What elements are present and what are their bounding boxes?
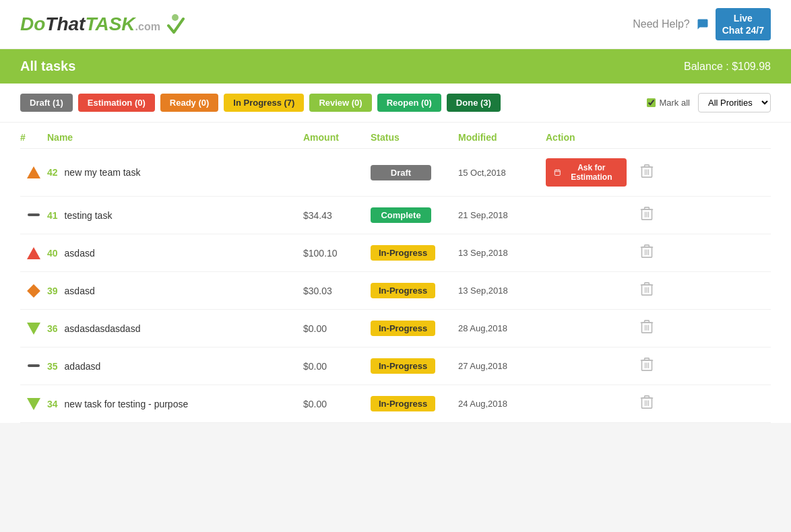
task-status: Complete bbox=[371, 207, 458, 223]
filter-draft-button[interactable]: Draft (1) bbox=[20, 94, 73, 112]
id-name-cell: 40 asdasd bbox=[47, 248, 303, 259]
task-modified: 28 Aug,2018 bbox=[458, 323, 546, 333]
status-badge: Draft bbox=[371, 165, 431, 180]
trash-icon bbox=[640, 357, 654, 372]
task-status: In-Progress bbox=[371, 245, 458, 261]
task-id: 41 bbox=[47, 210, 58, 221]
task-name: new my team task bbox=[65, 167, 141, 178]
task-id: 36 bbox=[47, 323, 58, 334]
col-hash: # bbox=[20, 132, 47, 143]
id-name-cell: 42 new my team task bbox=[47, 167, 303, 178]
mark-all-text: Mark all bbox=[659, 98, 690, 108]
task-status: In-Progress bbox=[371, 396, 458, 411]
app-header: DoThatTASK.com Need Help? Live Chat 24/7 bbox=[0, 0, 791, 49]
logo: DoThatTASK.com bbox=[20, 12, 186, 36]
task-id: 42 bbox=[47, 167, 58, 178]
col-name: Name bbox=[47, 132, 303, 143]
task-table: # Name Amount Status Modified Action 42 … bbox=[0, 123, 791, 423]
table-row: 36 asdasdasdasdasd $0.00 In-Progress 28 … bbox=[20, 310, 771, 347]
delete-button[interactable] bbox=[627, 395, 667, 413]
logo-that: That bbox=[45, 13, 85, 34]
table-row: 35 adadasd $0.00 In-Progress 27 Aug,2018 bbox=[20, 347, 771, 385]
table-row: 40 asdasd $100.10 In-Progress 13 Sep,201… bbox=[20, 234, 771, 272]
delete-button[interactable] bbox=[627, 206, 667, 224]
delete-button[interactable] bbox=[627, 244, 667, 262]
ask-estimation-button[interactable]: Ask for Estimation bbox=[546, 158, 627, 187]
priority-icon-cell bbox=[20, 166, 47, 178]
status-badge: In-Progress bbox=[371, 283, 435, 298]
table-body: 42 new my team task Draft 15 Oct,2018 As… bbox=[20, 149, 771, 423]
priority-icon-cell bbox=[20, 286, 47, 296]
filter-review-button[interactable]: Review (0) bbox=[309, 94, 371, 112]
status-badge: Complete bbox=[371, 207, 431, 223]
id-name-cell: 36 asdasdasdasdasd bbox=[47, 323, 303, 334]
task-id: 40 bbox=[47, 248, 58, 259]
task-amount: $0.00 bbox=[303, 399, 371, 409]
task-status: In-Progress bbox=[371, 358, 458, 374]
svg-rect-37 bbox=[645, 358, 650, 360]
svg-rect-25 bbox=[645, 283, 650, 285]
id-name-cell: 34 new task for testing - purpose bbox=[47, 399, 303, 409]
col-modified: Modified bbox=[458, 132, 546, 143]
need-help-text: Need Help? bbox=[633, 18, 690, 30]
priority-icon-cell bbox=[20, 247, 47, 259]
logo-text: DoThatTASK.com bbox=[20, 13, 160, 35]
table-row: 39 asdasd $30.03 In-Progress 13 Sep,2018 bbox=[20, 272, 771, 310]
id-name-cell: 41 testing task bbox=[47, 210, 303, 221]
status-badge: In-Progress bbox=[371, 245, 435, 261]
priority-icon-cell bbox=[20, 364, 47, 368]
task-name: testing task bbox=[65, 210, 113, 221]
priority-icon-cell bbox=[20, 398, 47, 410]
task-action: Ask for Estimation bbox=[546, 158, 627, 187]
priority-diamond-icon bbox=[27, 284, 40, 298]
task-status: Draft bbox=[371, 165, 458, 180]
task-amount: $100.10 bbox=[303, 248, 371, 259]
delete-button[interactable] bbox=[627, 281, 667, 300]
priority-icon-cell bbox=[20, 213, 47, 218]
priority-select[interactable]: All Prorities bbox=[698, 93, 771, 112]
svg-point-0 bbox=[172, 14, 179, 21]
col-delete bbox=[627, 132, 667, 143]
task-amount: $34.43 bbox=[303, 210, 371, 221]
task-id: 35 bbox=[47, 361, 58, 372]
svg-rect-1 bbox=[555, 170, 560, 176]
mark-all-checkbox[interactable] bbox=[647, 98, 656, 107]
filter-bar: Draft (1) Estimation (0) Ready (0) In Pr… bbox=[0, 84, 791, 123]
col-amount: Amount bbox=[303, 132, 371, 143]
svg-rect-19 bbox=[645, 245, 650, 247]
id-name-cell: 39 asdasd bbox=[47, 286, 303, 296]
task-modified: 15 Oct,2018 bbox=[458, 168, 546, 178]
priority-triangle-down-icon bbox=[27, 398, 40, 410]
calendar-icon bbox=[554, 168, 561, 177]
svg-rect-43 bbox=[645, 396, 650, 398]
filter-inprogress-button[interactable]: In Progress (7) bbox=[224, 94, 304, 112]
delete-button[interactable] bbox=[627, 357, 667, 375]
page-title: All tasks bbox=[20, 59, 75, 74]
task-modified: 24 Aug,2018 bbox=[458, 399, 546, 409]
live-chat-button[interactable]: Live Chat 24/7 bbox=[716, 8, 771, 40]
help-area: Need Help? Live Chat 24/7 bbox=[633, 8, 771, 40]
priority-warning-orange-icon bbox=[27, 166, 40, 178]
balance-label: Balance : bbox=[684, 61, 729, 72]
filter-estimation-button[interactable]: Estimation (0) bbox=[78, 94, 155, 112]
task-name: new task for testing - purpose bbox=[65, 399, 189, 409]
status-badge: In-Progress bbox=[371, 321, 435, 336]
task-name: asdasdasdasdasd bbox=[65, 323, 141, 334]
svg-rect-13 bbox=[645, 207, 650, 209]
filter-reopen-button[interactable]: Reopen (0) bbox=[377, 94, 441, 112]
svg-rect-7 bbox=[645, 165, 650, 167]
delete-button[interactable] bbox=[627, 164, 667, 182]
trash-icon bbox=[640, 164, 654, 178]
table-row: 41 testing task $34.43 Complete 21 Sep,2… bbox=[20, 197, 771, 234]
filter-done-button[interactable]: Done (3) bbox=[447, 94, 501, 112]
filter-ready-button[interactable]: Ready (0) bbox=[160, 94, 219, 112]
delete-button[interactable] bbox=[627, 319, 667, 337]
filter-right: Mark all All Prorities bbox=[647, 93, 771, 112]
id-name-cell: 35 adadasd bbox=[47, 361, 303, 372]
task-id: 39 bbox=[47, 286, 58, 296]
task-modified: 13 Sep,2018 bbox=[458, 286, 546, 296]
task-name: asdasd bbox=[65, 248, 95, 259]
priority-warning-red-icon bbox=[27, 247, 40, 259]
task-status: In-Progress bbox=[371, 321, 458, 336]
trash-icon bbox=[640, 395, 654, 409]
